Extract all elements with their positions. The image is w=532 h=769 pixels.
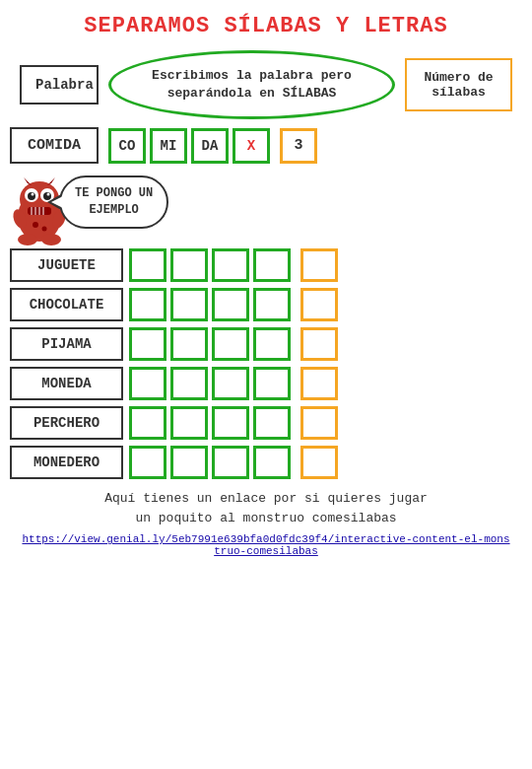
- number-input[interactable]: [300, 327, 338, 361]
- syllable-input[interactable]: [212, 248, 249, 282]
- palabra-label: Palabra: [20, 65, 99, 105]
- syllable-input[interactable]: [212, 367, 249, 400]
- header-section: Palabra Escribimos la palabra pero separ…: [0, 50, 532, 119]
- monster-area: TE PONGO UNEJEMPLO: [0, 168, 532, 246]
- word-label-moneda: MONEDA: [10, 367, 123, 400]
- syllable-input[interactable]: [170, 367, 208, 400]
- syllables-juguete: [129, 248, 291, 282]
- word-row: PERCHERO: [10, 406, 522, 440]
- number-input[interactable]: [300, 367, 338, 400]
- syllable-co: CO: [108, 128, 146, 164]
- svg-point-15: [18, 234, 37, 245]
- syllable-input[interactable]: [212, 327, 249, 361]
- example-row: COMIDA CO MI DA X 3: [0, 127, 532, 164]
- syllables-pijama: [129, 327, 291, 361]
- footer-link[interactable]: https://view.genial.ly/5eb7991e639bfa0d0…: [0, 533, 532, 557]
- syllable-input[interactable]: [170, 248, 208, 282]
- svg-point-6: [32, 193, 34, 196]
- syllable-input[interactable]: [212, 406, 249, 440]
- page-title: SEPARAMOS SÍLABAS Y LETRAS: [0, 0, 532, 38]
- syllable-input[interactable]: [170, 288, 208, 321]
- number-input[interactable]: [300, 406, 338, 440]
- number-input[interactable]: [300, 446, 338, 479]
- word-row: MONEDERO: [10, 446, 522, 479]
- syllable-input[interactable]: [129, 367, 166, 400]
- syllables-monedero: [129, 446, 291, 479]
- syllable-input[interactable]: [129, 248, 166, 282]
- syllables-perchero: [129, 406, 291, 440]
- number-input[interactable]: [300, 248, 338, 282]
- svg-marker-8: [24, 177, 32, 185]
- word-label-perchero: PERCHERO: [10, 406, 123, 440]
- syllables-chocolate: [129, 288, 291, 321]
- svg-marker-9: [47, 177, 55, 185]
- syllable-input[interactable]: [253, 288, 291, 321]
- syllable-input[interactable]: [253, 406, 291, 440]
- word-label-juguete: JUGUETE: [10, 248, 123, 282]
- syllable-da: DA: [191, 128, 229, 164]
- syllable-input[interactable]: [212, 288, 249, 321]
- svg-point-19: [33, 222, 38, 228]
- syllable-input[interactable]: [170, 327, 208, 361]
- syllable-input[interactable]: [129, 288, 166, 321]
- svg-point-20: [42, 227, 47, 232]
- number-input[interactable]: [300, 288, 338, 321]
- speech-bubble: TE PONGO UNEJEMPLO: [59, 175, 168, 229]
- syllable-x: X: [233, 128, 270, 164]
- numero-label: Número de sílabas: [405, 58, 512, 111]
- syllable-input[interactable]: [212, 446, 249, 479]
- word-label-pijama: PIJAMA: [10, 327, 123, 361]
- word-row: PIJAMA: [10, 327, 522, 361]
- word-row: CHOCOLATE: [10, 288, 522, 321]
- syllable-input[interactable]: [129, 446, 166, 479]
- example-syllables: CO MI DA X: [108, 128, 270, 164]
- syllable-input[interactable]: [170, 406, 208, 440]
- syllable-input[interactable]: [129, 327, 166, 361]
- example-number: 3: [280, 128, 317, 164]
- syllable-input[interactable]: [253, 446, 291, 479]
- word-row: MONEDA: [10, 367, 522, 400]
- syllable-input[interactable]: [129, 406, 166, 440]
- monster-icon: [10, 177, 69, 246]
- syllables-moneda: [129, 367, 291, 400]
- silabas-description: Escribimos la palabra pero separándola e…: [108, 50, 395, 119]
- word-label-chocolate: CHOCOLATE: [10, 288, 123, 321]
- svg-point-16: [41, 234, 61, 245]
- word-row: JUGUETE: [10, 248, 522, 282]
- syllable-input[interactable]: [253, 367, 291, 400]
- footer-text: Aquí tienes un enlace por si quieres jug…: [0, 489, 532, 527]
- words-section: JUGUETE CHOCOLATE PIJAMA MONEDA: [0, 248, 532, 479]
- syllable-input[interactable]: [170, 446, 208, 479]
- syllable-input[interactable]: [253, 248, 291, 282]
- word-label-monedero: MONEDERO: [10, 446, 123, 479]
- syllable-mi: MI: [150, 128, 187, 164]
- syllable-input[interactable]: [253, 327, 291, 361]
- example-word: COMIDA: [10, 127, 99, 164]
